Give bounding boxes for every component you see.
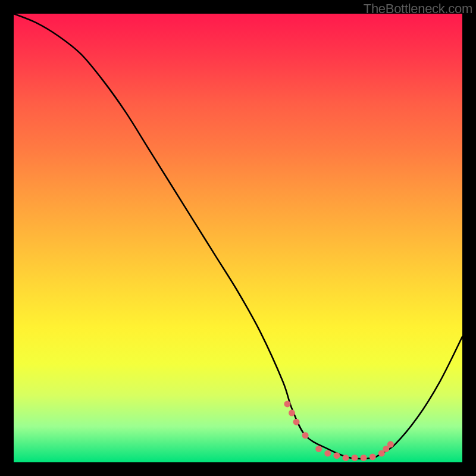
- marker-dot: [352, 455, 358, 461]
- optimal-range-markers: [284, 400, 393, 461]
- marker-dot: [284, 400, 290, 407]
- marker-dot: [293, 419, 300, 425]
- chart-svg: [14, 14, 462, 462]
- marker-dot: [333, 452, 340, 459]
- chart-frame: [14, 14, 462, 462]
- marker-dot: [324, 450, 331, 456]
- marker-dot: [289, 410, 295, 416]
- marker-dot: [315, 446, 322, 452]
- attribution-text: TheBottleneck.com: [364, 1, 472, 17]
- marker-dot: [387, 441, 394, 447]
- bottleneck-curve: [14, 14, 462, 459]
- marker-dot: [369, 453, 376, 460]
- marker-dot: [361, 455, 367, 461]
- marker-dot: [302, 432, 309, 439]
- marker-dot: [342, 455, 349, 461]
